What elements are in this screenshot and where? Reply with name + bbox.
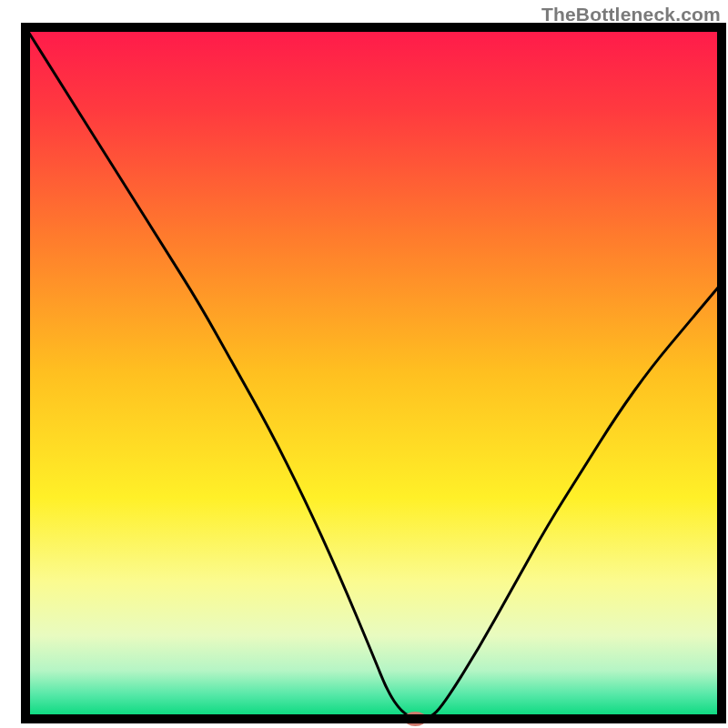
chart-container: TheBottleneck.com: [0, 0, 728, 728]
bottleneck-chart: [0, 0, 728, 728]
chart-background: [25, 27, 722, 719]
